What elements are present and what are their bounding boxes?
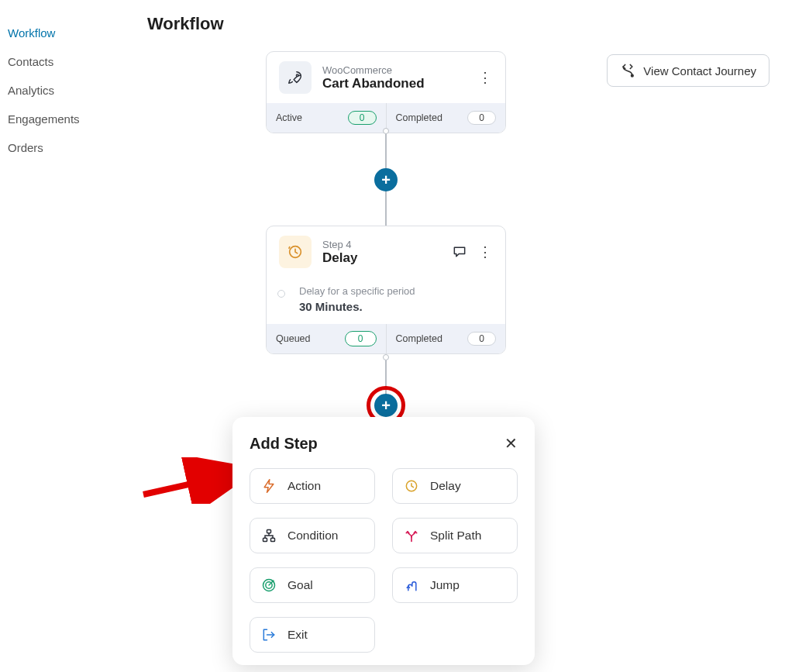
trigger-active-count: 0 (348, 111, 377, 125)
add-step-title: Add Step (250, 435, 318, 453)
delay-step-label: Step 4 (322, 239, 357, 250)
connector-line (385, 191, 387, 226)
delay-body-value: 30 Minutes. (290, 300, 493, 313)
option-split-path[interactable]: Split Path (392, 518, 518, 553)
option-exit[interactable]: Exit (250, 617, 375, 653)
delay-body-subtitle: Delay for a specific period (290, 285, 493, 297)
connector-line (385, 360, 387, 395)
trigger-title: Cart Abandoned (322, 76, 425, 91)
trigger-active-stat: Active 0 (267, 103, 386, 133)
sidebar-item-engagements[interactable]: Engagements (8, 105, 132, 133)
option-goal[interactable]: Goal (250, 567, 375, 603)
body-bullet (277, 290, 285, 298)
connector-line (385, 134, 387, 169)
target-icon (261, 577, 277, 593)
trigger-source: WooCommerce (322, 64, 425, 76)
add-step-plus-button[interactable]: + (374, 168, 398, 191)
delay-queued-count: 0 (345, 331, 377, 346)
add-step-panel: Add Step ✕ Action Delay Condition Split … (232, 417, 535, 665)
sidebar-item-workflow[interactable]: Workflow (8, 19, 132, 47)
option-delay[interactable]: Delay (392, 468, 518, 504)
sidebar-item-analytics[interactable]: Analytics (8, 76, 132, 105)
delay-completed-stat: Completed 0 (386, 324, 506, 353)
clock-icon (404, 478, 419, 494)
comment-icon[interactable] (452, 244, 467, 260)
workflow-canvas: WooCommerce Cart Abandoned ⋮ Active 0 Co… (147, 47, 770, 672)
exit-icon (261, 627, 277, 643)
page-title: Workflow (147, 14, 224, 34)
trigger-menu-button[interactable]: ⋮ (478, 71, 493, 84)
connector-dot (383, 354, 389, 360)
trigger-completed-stat: Completed 0 (386, 103, 506, 133)
delay-menu-button[interactable]: ⋮ (478, 245, 493, 259)
svg-rect-6 (263, 538, 267, 541)
lightning-icon (261, 478, 277, 494)
svg-rect-7 (271, 538, 275, 541)
clock-icon (279, 236, 312, 268)
delay-queued-stat: Queued 0 (267, 324, 386, 353)
option-jump[interactable]: Jump (392, 567, 518, 603)
svg-point-1 (296, 74, 298, 77)
svg-rect-5 (267, 530, 271, 533)
delay-node[interactable]: Step 4 Delay ⋮ Delay for a specific peri… (266, 226, 506, 354)
rocket-icon (279, 61, 312, 94)
sidebar-item-contacts[interactable]: Contacts (8, 47, 132, 76)
option-condition[interactable]: Condition (250, 518, 375, 553)
close-icon[interactable]: ✕ (504, 434, 518, 453)
sitemap-icon (261, 528, 277, 543)
trigger-completed-count: 0 (467, 111, 496, 125)
jump-icon (404, 577, 419, 593)
option-action[interactable]: Action (250, 468, 375, 504)
sidebar-item-orders[interactable]: Orders (8, 133, 132, 162)
split-icon (404, 528, 419, 543)
delay-title: Delay (322, 250, 357, 266)
connector-dot (383, 128, 389, 134)
trigger-node[interactable]: WooCommerce Cart Abandoned ⋮ Active 0 Co… (266, 51, 506, 133)
sidebar-nav: Workflow Contacts Analytics Engagements … (8, 19, 132, 162)
add-step-plus-button-highlighted[interactable]: + (374, 394, 398, 417)
delay-completed-count: 0 (467, 332, 496, 346)
